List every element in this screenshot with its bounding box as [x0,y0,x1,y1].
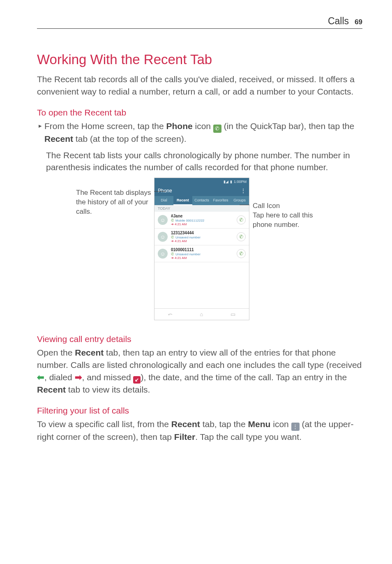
home-key-icon[interactable]: ⌂ [200,311,203,317]
today-header: TODAY [154,205,249,212]
call-sub-text: Unsaved number [175,252,201,256]
txt: tab (at the top of the screen). [73,134,187,143]
status-time: 1:00PM [234,180,247,184]
call-meta: 1231234444 ✆Unsaved number ➔4:21 AM [171,231,233,243]
call-button[interactable]: ✆ [237,232,246,241]
heading-filter-calls: Filtering your list of calls [37,406,362,416]
txt: Open the [37,348,75,357]
call-sub-text: Mobile 0001112222 [175,219,204,222]
list-item[interactable]: ☺ #Jane ✆Mobile 0001112222 ➔4:21 AM ✆ [154,212,249,229]
bold: Menu [248,419,271,429]
tab-groups[interactable]: Groups [230,196,249,205]
caption-left: The Recent tab displays the history of a… [76,178,154,217]
header-page-number: 69 [355,18,362,26]
nav-keys: ⤺ ⌂ ▭ [154,308,249,320]
details-paragraph: Open the Recent tab, then tap an entry t… [37,347,362,396]
bold: Recent [171,419,200,429]
bullet-open-recent: ▸ From the Home screen, tap the Phone ic… [39,120,362,145]
call-time: ➔4:21 AM [171,256,233,260]
tab-dial[interactable]: Dial [154,196,173,205]
app-bar: Phone ⋮ [154,185,249,196]
header-section: Calls [328,16,349,27]
heading-open-recent: To open the Recent tab [37,108,362,118]
call-sub-text: Unsaved number [175,236,201,239]
call-sub: ✆Mobile 0001112222 [171,218,233,222]
call-button[interactable]: ✆ [237,215,246,224]
call-name: #Jane [171,214,233,218]
right-body: Tap here to call this phone number. [253,211,323,230]
bullet-glyph: ▸ [39,120,42,145]
tab-contacts[interactable]: Contacts [192,196,211,205]
open-para-2: The Recent tab lists your calls chronolo… [46,149,362,174]
menu-icon[interactable]: ⋮ [240,187,246,194]
txt: tab to view its details. [66,385,150,394]
txt: (in the QuickTap bar), then tap the [221,121,354,131]
tab-favorites[interactable]: Favorites [211,196,230,205]
list-item[interactable]: ☺ 0100001111 ✆Unsaved number ➔4:21 AM ✆ [154,245,249,262]
handset-icon: ✆ [171,235,174,239]
tab-recent[interactable]: Recent [173,196,192,205]
call-time-text: 4:21 AM [175,239,187,243]
blank-area [154,262,249,308]
call-meta: #Jane ✆Mobile 0001112222 ➔4:21 AM [171,214,233,226]
back-key-icon[interactable]: ⤺ [168,311,173,317]
intro-paragraph: The Recent tab records all of the calls … [37,73,362,98]
phone-label: Phone [166,121,192,131]
recent-label: Recent [44,134,73,143]
right-title: Call Icon [253,201,323,211]
figure-inner: The Recent tab displays the history of a… [76,178,323,320]
page-title: Working With the Recent Tab [37,52,362,67]
txt: From the Home screen, tap the [44,121,166,131]
outgoing-arrow-icon: ➔ [171,239,174,243]
bullet-text: From the Home screen, tap the Phone icon… [44,120,362,145]
tab-bar: Dial Recent Contacts Favorites Groups [154,196,249,205]
filter-paragraph: To view a specific call list, from the R… [37,418,362,443]
call-sub: ✆Unsaved number [171,252,233,256]
missed-icon: ↙ [133,376,141,384]
call-meta: 0100001111 ✆Unsaved number ➔4:21 AM [171,247,233,260]
page-header: Calls 69 [37,16,362,29]
received-arrow-icon: ⬅ [37,371,44,384]
bold: Recent [75,348,104,357]
txt: icon [270,419,291,429]
call-time-text: 4:21 AM [175,222,187,226]
app-title: Phone [158,188,172,194]
txt: icon [193,121,213,131]
status-bar: ▮◢ ▮ 1:00PM [154,178,249,185]
call-time: ➔4:21 AM [171,239,233,243]
avatar: ☺ [158,249,168,259]
figure-recent-tab: The Recent tab displays the history of a… [37,178,362,320]
avatar: ☺ [158,232,168,242]
heading-view-details: Viewing call entry details [37,334,362,344]
txt: ), the date, and the time of the call. T… [141,372,347,382]
recent-key-icon[interactable]: ▭ [231,311,235,317]
outgoing-arrow-icon: ➔ [171,222,174,226]
bold: Filter [174,432,195,441]
call-name: 0100001111 [171,247,233,252]
list-item[interactable]: ☺ 1231234444 ✆Unsaved number ➔4:21 AM ✆ [154,229,249,245]
call-button[interactable]: ✆ [237,249,246,258]
dialed-arrow-icon: ➡ [75,371,82,384]
txt: To view a specific call list, from the [37,419,171,429]
phone-icon: ✆ [213,125,221,133]
txt: tab, tap the [200,419,248,429]
handset-icon: ✆ [171,218,174,222]
caption-right: Call Icon Tap here to call this phone nu… [249,178,323,230]
call-time: ➔4:21 AM [171,222,233,226]
battery-icon: ▮ [230,180,232,184]
call-sub: ✆Unsaved number [171,235,233,239]
signal-icon: ▮◢ [224,180,228,184]
phone-mock: ▮◢ ▮ 1:00PM Phone ⋮ Dial Recent Contacts… [154,178,249,320]
call-time-text: 4:21 AM [175,256,187,260]
txt: , dialed [44,372,75,382]
txt: , and missed [82,372,134,382]
menu-icon: ⋮ [291,423,300,431]
outgoing-arrow-icon: ➔ [171,256,174,260]
txt: . Tap the call type you want. [195,432,302,441]
call-name: 1231234444 [171,231,233,235]
bold: Recent [37,385,66,394]
avatar: ☺ [158,215,168,225]
handset-icon: ✆ [171,252,174,256]
